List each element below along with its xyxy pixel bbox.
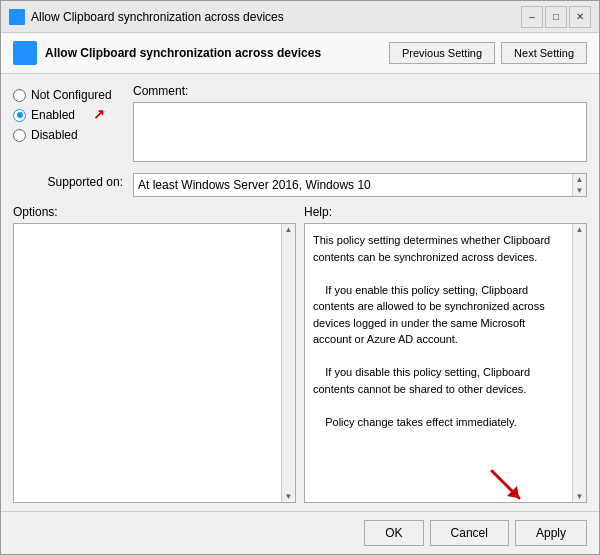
main-window: Allow Clipboard synchronization across d… [0,0,600,555]
maximize-button[interactable]: □ [545,6,567,28]
comment-textarea[interactable] [133,102,587,162]
window-icon [9,9,25,25]
header-icon [13,41,37,65]
help-panel: Help: This policy setting determines whe… [304,205,587,503]
header-bar: Allow Clipboard synchronization across d… [1,33,599,74]
scroll-up-arrow[interactable]: ▲ [573,174,586,185]
window-title: Allow Clipboard synchronization across d… [31,10,284,24]
radio-disabled-label: Disabled [31,128,78,142]
options-panel: Options: ▲ ▼ [13,205,296,503]
radio-not-configured-circle [13,89,26,102]
title-bar: Allow Clipboard synchronization across d… [1,1,599,33]
help-scrollbar: ▲ ▼ [572,224,586,502]
close-button[interactable]: ✕ [569,6,591,28]
comment-label: Comment: [133,84,587,98]
supported-value: At least Windows Server 2016, Windows 10 [133,173,587,197]
options-scroll-up[interactable]: ▲ [282,224,295,235]
ok-button[interactable]: OK [364,520,423,546]
next-setting-button[interactable]: Next Setting [501,42,587,64]
radio-enabled-circle [13,109,26,122]
options-scrollbar: ▲ ▼ [281,224,295,502]
radio-disabled-circle [13,129,26,142]
previous-setting-button[interactable]: Previous Setting [389,42,495,64]
help-label: Help: [304,205,587,219]
content-area: Not Configured Enabled ↗ Disabled Commen… [1,74,599,511]
title-controls: – □ ✕ [521,6,591,28]
radio-group: Not Configured Enabled ↗ Disabled [13,84,123,165]
options-content: ▲ ▼ [13,223,296,503]
top-section: Not Configured Enabled ↗ Disabled Commen… [13,84,587,165]
options-scroll-down[interactable]: ▼ [282,491,295,502]
header-title: Allow Clipboard synchronization across d… [45,46,381,60]
cancel-button[interactable]: Cancel [430,520,509,546]
supported-box-wrapper: At least Windows Server 2016, Windows 10… [133,173,587,197]
supported-section: Supported on: At least Windows Server 20… [13,173,587,197]
help-text: This policy setting determines whether C… [305,224,586,438]
radio-disabled[interactable]: Disabled [13,128,123,142]
comment-section: Comment: [133,84,587,165]
scroll-down-arrow[interactable]: ▼ [573,185,586,196]
radio-not-configured[interactable]: Not Configured [13,88,123,102]
radio-enabled-label: Enabled [31,108,75,122]
apply-button[interactable]: Apply [515,520,587,546]
footer: OK Cancel Apply [1,511,599,554]
header-buttons: Previous Setting Next Setting [389,42,587,64]
options-label: Options: [13,205,296,219]
help-scroll-up[interactable]: ▲ [573,224,586,235]
minimize-button[interactable]: – [521,6,543,28]
radio-enabled[interactable]: Enabled ↗ [13,108,123,122]
supported-scrollbar: ▲ ▼ [572,174,586,196]
help-scroll-down[interactable]: ▼ [573,491,586,502]
title-bar-left: Allow Clipboard synchronization across d… [9,9,284,25]
supported-on-label: Supported on: [13,173,123,189]
enabled-arrow-indicator: ↗ [93,106,105,122]
bottom-panels: Options: ▲ ▼ Help: This policy setting d… [13,205,587,503]
radio-not-configured-label: Not Configured [31,88,112,102]
help-content: This policy setting determines whether C… [304,223,587,503]
